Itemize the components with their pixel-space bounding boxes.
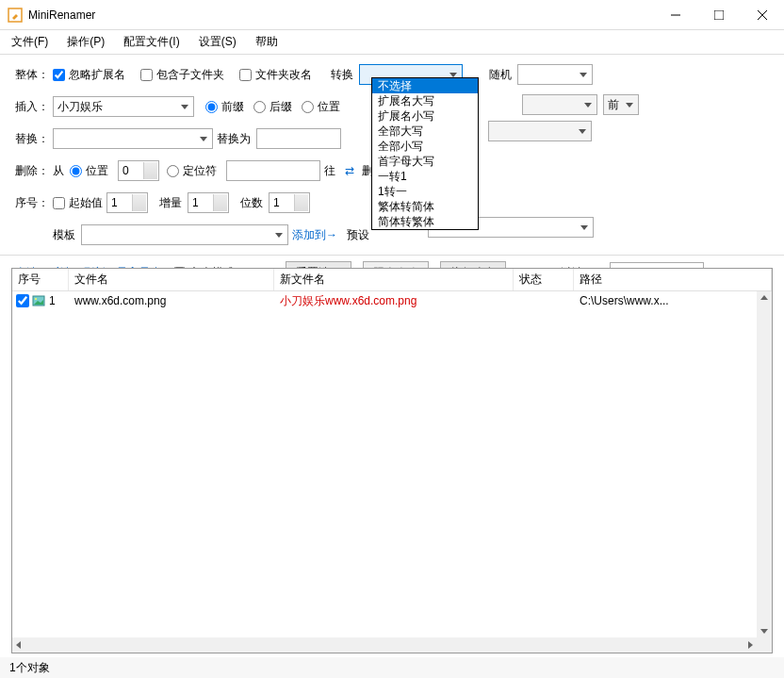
th-path[interactable]: 路径: [574, 269, 772, 290]
label-replace: 替换：: [15, 131, 53, 147]
cell-path: C:\Users\www.x...: [574, 294, 772, 307]
maximize-button[interactable]: [697, 1, 741, 29]
label-incr: 增量: [159, 195, 182, 211]
cell-newname: 小刀娱乐www.x6d.com.png: [274, 293, 514, 309]
close-button[interactable]: [741, 1, 784, 29]
svg-rect-2: [714, 10, 724, 20]
combo-insert-text[interactable]: 小刀娱乐: [53, 96, 194, 117]
spinner-start[interactable]: 1: [106, 192, 148, 213]
app-title: MiniRenamer: [28, 8, 654, 22]
menubar: 文件(F) 操作(P) 配置文件(I) 设置(S) 帮助: [0, 30, 784, 55]
status-text: 1个对象: [9, 660, 50, 676]
label-from: 从: [53, 163, 64, 179]
menu-settings[interactable]: 设置(S): [195, 32, 240, 52]
combo-front[interactable]: 前: [603, 94, 639, 115]
label-random: 随机: [489, 67, 512, 83]
radio-prefix[interactable]: 前缀: [205, 99, 244, 115]
dropdown-item[interactable]: 扩展名小写: [372, 108, 478, 124]
combo-replace-aux[interactable]: [488, 121, 592, 141]
image-file-icon: [32, 294, 45, 307]
combo-random[interactable]: [517, 64, 593, 85]
menu-file[interactable]: 文件(F): [8, 32, 52, 52]
cell-name: www.x6d.com.png: [69, 294, 274, 307]
th-idx[interactable]: 序号: [12, 269, 69, 290]
dropdown-item[interactable]: 1转一: [372, 184, 478, 199]
dropdown-item[interactable]: 简体转繁体: [372, 214, 478, 229]
window-controls: [654, 1, 784, 29]
menu-operate[interactable]: 操作(P): [63, 32, 108, 52]
label-digits: 位数: [240, 195, 263, 211]
label-insert: 插入：: [15, 99, 53, 115]
spinner-digits[interactable]: 1: [269, 192, 310, 213]
dropdown-item[interactable]: 全部小写: [372, 139, 478, 154]
combo-template[interactable]: [81, 224, 288, 245]
link-addto[interactable]: 添加到→: [292, 227, 337, 243]
input-del-locator[interactable]: [226, 160, 320, 181]
th-newname[interactable]: 新文件名: [274, 269, 514, 290]
radio-position[interactable]: 位置: [302, 99, 340, 115]
checkbox-rename-folder[interactable]: 文件夹改名: [239, 67, 312, 83]
minimize-button[interactable]: [654, 1, 697, 29]
statusbar: 1个对象: [0, 657, 784, 678]
table-row[interactable]: 1 www.x6d.com.png 小刀娱乐www.x6d.com.png C:…: [12, 291, 772, 310]
combo-insert-aux[interactable]: [522, 94, 597, 115]
label-preset: 预设: [347, 227, 369, 243]
th-name[interactable]: 文件名: [69, 269, 274, 290]
label-convert: 转换: [331, 67, 353, 83]
menu-config[interactable]: 配置文件(I): [120, 32, 183, 52]
scrollbar-horizontal[interactable]: [12, 637, 757, 653]
th-status[interactable]: 状态: [514, 269, 574, 290]
spinner-incr[interactable]: 1: [188, 192, 229, 213]
convert-dropdown[interactable]: 不选择 扩展名大写 扩展名小写 全部大写 全部小写 首字母大写 一转1 1转一 …: [371, 77, 479, 230]
checkbox-ignore-ext[interactable]: 忽略扩展名: [53, 67, 125, 83]
radio-suffix[interactable]: 后缀: [253, 99, 292, 115]
combo-replace-from[interactable]: [53, 128, 213, 149]
file-table: 序号 文件名 新文件名 状态 路径 1 www.x6d.com.png 小刀娱乐…: [11, 268, 773, 653]
arrow-right-icon: ⇄: [345, 164, 354, 177]
scroll-corner: [757, 637, 772, 653]
dropdown-item[interactable]: 不选择: [372, 78, 478, 93]
spinner-del-pos[interactable]: 0: [118, 160, 159, 181]
row-checkbox[interactable]: [16, 294, 29, 307]
label-replace-to: 替换为: [217, 131, 251, 147]
label-to: 往: [324, 163, 335, 179]
checkbox-start[interactable]: 起始值: [53, 195, 103, 211]
dropdown-item[interactable]: 全部大写: [372, 124, 478, 139]
titlebar: MiniRenamer: [0, 0, 784, 30]
radio-del-locator[interactable]: 定位符: [167, 163, 217, 179]
dropdown-item[interactable]: 首字母大写: [372, 154, 478, 169]
label-whole: 整体：: [15, 67, 53, 83]
input-replace-to[interactable]: [256, 128, 341, 149]
dropdown-item[interactable]: 扩展名大写: [372, 93, 478, 108]
scrollbar-vertical[interactable]: [757, 291, 772, 637]
checkbox-include-sub[interactable]: 包含子文件夹: [140, 67, 224, 83]
table-header: 序号 文件名 新文件名 状态 路径: [12, 269, 772, 291]
label-template: 模板: [53, 227, 75, 243]
app-icon: [8, 8, 23, 23]
dropdown-item[interactable]: 繁体转简体: [372, 199, 478, 214]
dropdown-item[interactable]: 一转1: [372, 169, 478, 184]
label-seq: 序号：: [15, 195, 53, 211]
label-delete: 删除：: [15, 163, 53, 179]
radio-del-position[interactable]: 位置: [70, 163, 108, 179]
menu-help[interactable]: 帮助: [252, 32, 282, 52]
svg-point-6: [35, 298, 37, 300]
